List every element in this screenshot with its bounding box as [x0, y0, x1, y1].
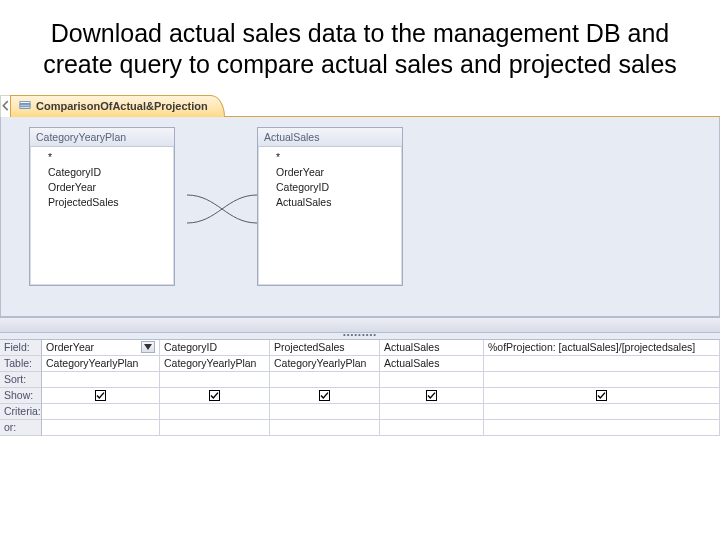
pane-splitter[interactable]: [0, 333, 720, 340]
or-cell[interactable]: [160, 420, 270, 436]
sort-cell[interactable]: [380, 372, 484, 388]
or-cell[interactable]: [270, 420, 380, 436]
sort-cell[interactable]: [160, 372, 270, 388]
row-label-or: or:: [0, 420, 42, 436]
table-cell[interactable]: CategoryYearlyPlan: [160, 356, 270, 372]
field-item[interactable]: CategoryID: [262, 180, 398, 195]
or-cell[interactable]: [380, 420, 484, 436]
svg-rect-2: [20, 107, 30, 109]
field-item[interactable]: *: [34, 150, 170, 165]
checkbox-checked-icon[interactable]: [209, 390, 220, 401]
table-categoryyearlyplan[interactable]: CategoryYearyPlan * CategoryID OrderYear…: [29, 127, 175, 286]
field-item[interactable]: ProjectedSales: [34, 195, 170, 210]
dropdown-icon[interactable]: [141, 341, 155, 353]
tab-strip: ComparisonOfActual&Projection: [0, 95, 720, 117]
or-cell[interactable]: [484, 420, 720, 436]
criteria-cell[interactable]: [380, 404, 484, 420]
table-cell[interactable]: CategoryYearlyPlan: [270, 356, 380, 372]
table-cell[interactable]: [484, 356, 720, 372]
table-actualsales[interactable]: ActualSales * OrderYear CategoryID Actua…: [257, 127, 403, 286]
tab-scroll-left[interactable]: [0, 95, 10, 117]
checkbox-checked-icon[interactable]: [596, 390, 607, 401]
show-cell[interactable]: [160, 388, 270, 404]
field-item[interactable]: OrderYear: [262, 165, 398, 180]
or-cell[interactable]: [42, 420, 160, 436]
table-title: ActualSales: [258, 128, 402, 147]
show-cell[interactable]: [42, 388, 160, 404]
query-designer: ComparisonOfActual&Projection CategoryYe…: [0, 95, 720, 436]
svg-rect-1: [20, 104, 30, 106]
chevron-left-icon: [1, 100, 10, 111]
field-cell[interactable]: %ofProjection: [actualSales]/[projecteds…: [484, 340, 720, 356]
qbe-grid: Field: OrderYear CategoryID ProjectedSal…: [0, 340, 720, 436]
sort-cell[interactable]: [484, 372, 720, 388]
criteria-cell[interactable]: [42, 404, 160, 420]
criteria-cell[interactable]: [160, 404, 270, 420]
show-cell[interactable]: [484, 388, 720, 404]
field-item[interactable]: ActualSales: [262, 195, 398, 210]
criteria-cell[interactable]: [484, 404, 720, 420]
field-cell[interactable]: ActualSales: [380, 340, 484, 356]
field-cell[interactable]: ProjectedSales: [270, 340, 380, 356]
row-label-sort: Sort:: [0, 372, 42, 388]
field-cell[interactable]: CategoryID: [160, 340, 270, 356]
checkbox-checked-icon[interactable]: [95, 390, 106, 401]
criteria-cell[interactable]: [270, 404, 380, 420]
checkbox-checked-icon[interactable]: [319, 390, 330, 401]
sort-cell[interactable]: [270, 372, 380, 388]
row-label-table: Table:: [0, 356, 42, 372]
field-item[interactable]: *: [262, 150, 398, 165]
table-fields-right: * OrderYear CategoryID ActualSales: [258, 147, 402, 234]
table-cell[interactable]: ActualSales: [380, 356, 484, 372]
row-label-show: Show:: [0, 388, 42, 404]
checkbox-checked-icon[interactable]: [426, 390, 437, 401]
row-label-criteria: Criteria:: [0, 404, 42, 420]
table-cell[interactable]: CategoryYearlyPlan: [42, 356, 160, 372]
query-tab[interactable]: ComparisonOfActual&Projection: [10, 95, 225, 117]
show-cell[interactable]: [380, 388, 484, 404]
query-tab-label: ComparisonOfActual&Projection: [36, 100, 208, 112]
query-icon: [19, 100, 31, 112]
show-cell[interactable]: [270, 388, 380, 404]
field-cell[interactable]: OrderYear: [42, 340, 160, 356]
table-fields-left: * CategoryID OrderYear ProjectedSales: [30, 147, 174, 234]
diagram-area[interactable]: CategoryYearyPlan * CategoryID OrderYear…: [0, 117, 720, 317]
field-item[interactable]: CategoryID: [34, 165, 170, 180]
table-title: CategoryYearyPlan: [30, 128, 174, 147]
page-title: Download actual sales data to the manage…: [0, 0, 720, 95]
row-label-field: Field:: [0, 340, 42, 356]
field-item[interactable]: OrderYear: [34, 180, 170, 195]
join-line[interactable]: [187, 191, 257, 227]
sort-cell[interactable]: [42, 372, 160, 388]
svg-rect-0: [20, 102, 30, 104]
